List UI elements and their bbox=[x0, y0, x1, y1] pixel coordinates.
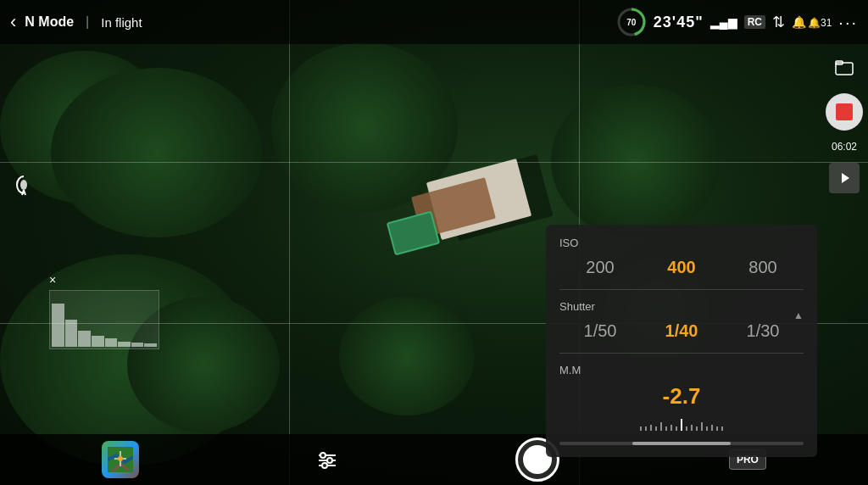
tick-2 bbox=[645, 426, 647, 431]
exposure-slider[interactable] bbox=[559, 416, 804, 433]
svg-point-12 bbox=[327, 458, 332, 463]
slider-indicator bbox=[681, 420, 682, 428]
svg-point-13 bbox=[322, 463, 327, 468]
tick-14 bbox=[706, 426, 708, 431]
record-button[interactable] bbox=[826, 93, 863, 131]
mm-label: M.M bbox=[559, 364, 804, 376]
hist-bar-7 bbox=[131, 343, 144, 347]
hist-bar-4 bbox=[92, 336, 104, 347]
tick-15 bbox=[711, 425, 713, 431]
header-bar: ‹ N Mode | In flight 70 23'45" ▂▄▆ RC ⇅ … bbox=[0, 0, 868, 44]
hist-bar-6 bbox=[118, 342, 131, 347]
tick-10 bbox=[686, 426, 687, 431]
map-button[interactable] bbox=[102, 441, 139, 478]
svg-point-11 bbox=[320, 453, 326, 458]
hist-bar-8 bbox=[144, 343, 157, 347]
back-button[interactable]: ‹ bbox=[10, 13, 16, 31]
hist-bar-2 bbox=[65, 320, 78, 347]
record-icon bbox=[836, 103, 853, 120]
shutter-140[interactable]: 1/40 bbox=[656, 321, 707, 341]
storage-button[interactable] bbox=[829, 53, 860, 83]
panel-bottom-bar bbox=[559, 442, 804, 445]
header-right: 70 23'45" ▂▄▆ RC ⇅ 🔔🔔31 ··· bbox=[434, 7, 858, 37]
tick-1 bbox=[640, 426, 642, 431]
signal-icon: ▂▄▆ bbox=[710, 15, 737, 29]
svg-point-2 bbox=[20, 180, 27, 190]
tick-5 bbox=[660, 422, 662, 431]
tick-16 bbox=[716, 426, 718, 431]
shutter-arrow: ▲ bbox=[793, 309, 804, 321]
transmission-icon: ⇅ bbox=[772, 13, 785, 31]
more-options-button[interactable]: ··· bbox=[838, 13, 858, 32]
battery-indicator: 70 bbox=[616, 7, 647, 37]
panel-bottom-indicator bbox=[632, 442, 730, 445]
shutter-row: 1/50 1/40 1/30 bbox=[559, 321, 804, 341]
sound-icon: 🔔🔔31 bbox=[792, 15, 832, 29]
tick-4 bbox=[655, 426, 657, 431]
iso-800[interactable]: 800 bbox=[737, 258, 788, 277]
tick-13 bbox=[701, 422, 703, 431]
hist-bar-5 bbox=[105, 338, 118, 347]
flight-status: In flight bbox=[101, 15, 142, 30]
histogram-box bbox=[49, 290, 159, 349]
header-left: ‹ N Mode | In flight bbox=[10, 13, 434, 31]
iso-divider bbox=[559, 289, 804, 290]
header-separator: | bbox=[86, 14, 89, 30]
iso-label: ISO bbox=[559, 237, 804, 249]
iso-200[interactable]: 200 bbox=[575, 258, 626, 277]
shutter-130[interactable]: 1/30 bbox=[737, 321, 788, 341]
map-thumbnail bbox=[102, 441, 139, 478]
histogram-close-button[interactable]: × bbox=[49, 273, 56, 287]
histogram-widget: × bbox=[49, 273, 159, 349]
mode-label: N Mode bbox=[25, 14, 74, 30]
record-time: 06:02 bbox=[832, 141, 857, 153]
hist-bar-3 bbox=[78, 331, 91, 347]
settings-panel: ISO 200 400 800 Shutter ▲ 1/50 1/40 1/30… bbox=[546, 225, 817, 457]
svg-marker-5 bbox=[842, 173, 849, 183]
iso-400[interactable]: 400 bbox=[656, 258, 707, 277]
tick-6 bbox=[665, 426, 667, 431]
tick-8 bbox=[676, 426, 677, 431]
iso-row: 200 400 800 bbox=[559, 258, 804, 277]
shutter-divider bbox=[559, 353, 804, 354]
flight-time: 23'45" bbox=[654, 14, 704, 31]
settings-button[interactable] bbox=[309, 441, 346, 478]
tick-7 bbox=[670, 425, 672, 431]
tick-3 bbox=[650, 425, 652, 431]
tick-12 bbox=[696, 426, 698, 431]
battery-number: 70 bbox=[626, 18, 636, 27]
shutter-150[interactable]: 1/50 bbox=[575, 321, 626, 341]
hist-bar-1 bbox=[52, 304, 64, 347]
swimming-pool bbox=[387, 211, 440, 256]
shutter-label: Shutter bbox=[559, 300, 804, 313]
rc-label: RC bbox=[744, 15, 765, 29]
histogram-header: × bbox=[49, 273, 159, 287]
tick-11 bbox=[691, 425, 693, 431]
left-panel bbox=[8, 170, 39, 200]
svg-point-7 bbox=[118, 456, 123, 461]
camera-switch-button[interactable] bbox=[829, 163, 860, 193]
tracking-icon[interactable] bbox=[8, 170, 39, 200]
right-panel: 06:02 bbox=[821, 44, 868, 434]
tick-17 bbox=[721, 426, 723, 431]
mm-value: -2.7 bbox=[559, 383, 804, 410]
